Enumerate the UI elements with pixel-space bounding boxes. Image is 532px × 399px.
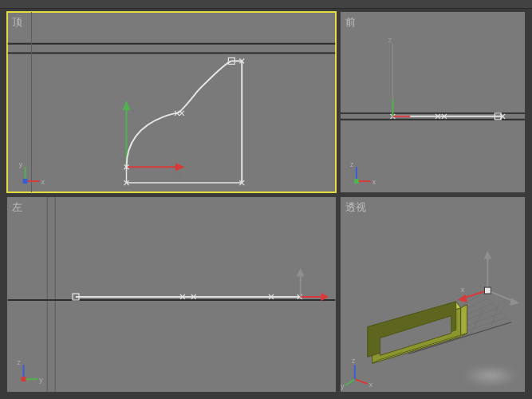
svg-line-48: [397, 313, 502, 351]
svg-text:z: z: [352, 357, 356, 365]
svg-line-77: [345, 379, 355, 385]
svg-line-51: [412, 298, 487, 337]
svg-marker-69: [458, 294, 467, 302]
svg-line-57: [471, 310, 483, 335]
svg-marker-65: [380, 316, 451, 356]
svg-rect-74: [484, 287, 491, 294]
svg-line-50: [407, 303, 492, 342]
svg-text:y: y: [131, 105, 135, 113]
svg-line-53: [388, 332, 416, 361]
svg-marker-71: [510, 298, 519, 306]
frame-object: [368, 302, 467, 363]
top-bar: [0, 0, 532, 9]
viewport-top[interactable]: 顶 y x: [6, 11, 337, 193]
svg-line-54: [408, 327, 434, 354]
svg-line-55: [429, 322, 451, 348]
svg-line-56: [450, 316, 467, 342]
svg-line-61: [408, 322, 511, 354]
svg-text:x: x: [177, 169, 181, 178]
svg-text:y: y: [19, 160, 23, 168]
svg-text:y: y: [39, 376, 43, 384]
svg-marker-73: [483, 251, 491, 259]
svg-text:z: z: [18, 358, 22, 366]
svg-line-49: [402, 308, 497, 346]
svg-marker-62: [372, 308, 461, 363]
svg-line-46: [388, 322, 511, 361]
viewport-front[interactable]: 前 z: [340, 11, 526, 193]
svg-marker-64: [368, 302, 456, 357]
viewport-front-scene: z x z: [341, 12, 525, 192]
app-root: 顶 y x: [0, 0, 532, 399]
svg-rect-16: [23, 179, 28, 184]
viewport-label-left: 左: [12, 200, 22, 215]
svg-rect-36: [73, 294, 79, 300]
svg-marker-6: [175, 163, 185, 171]
viewport-left[interactable]: 左: [6, 196, 337, 393]
svg-text:z: z: [350, 160, 354, 168]
svg-line-70: [487, 290, 514, 302]
viewport-perspective-scene: x x y z: [341, 197, 525, 392]
watermark-smudge: [463, 366, 518, 385]
svg-line-52: [416, 294, 483, 332]
svg-line-68: [463, 290, 488, 298]
viewport-left-scene: z y: [7, 197, 336, 392]
svg-text:x: x: [461, 286, 465, 294]
svg-text:x: x: [372, 178, 376, 186]
svg-text:x: x: [369, 381, 373, 389]
svg-rect-43: [22, 377, 26, 381]
svg-rect-29: [354, 179, 359, 184]
svg-marker-40: [297, 268, 305, 276]
svg-text:z: z: [388, 35, 392, 44]
viewport-perspective[interactable]: 透视: [340, 196, 526, 393]
viewport-label-top: 顶: [12, 15, 22, 30]
svg-marker-63: [368, 302, 461, 334]
viewport-top-scene: y x x y: [7, 12, 336, 192]
svg-marker-39: [321, 293, 329, 301]
viewport-label-front: 前: [345, 15, 356, 30]
svg-marker-67: [372, 334, 467, 364]
svg-text:y: y: [341, 382, 345, 390]
svg-line-76: [355, 379, 368, 384]
svg-line-60: [450, 316, 467, 342]
svg-marker-4: [123, 101, 131, 110]
svg-line-47: [392, 318, 506, 356]
svg-line-58: [491, 303, 499, 329]
svg-text:x: x: [41, 178, 45, 186]
svg-rect-24: [495, 113, 501, 120]
svg-rect-13: [228, 57, 234, 64]
svg-line-59: [483, 294, 511, 322]
viewport-label-perspective: 透视: [345, 200, 366, 215]
svg-marker-66: [461, 305, 467, 337]
